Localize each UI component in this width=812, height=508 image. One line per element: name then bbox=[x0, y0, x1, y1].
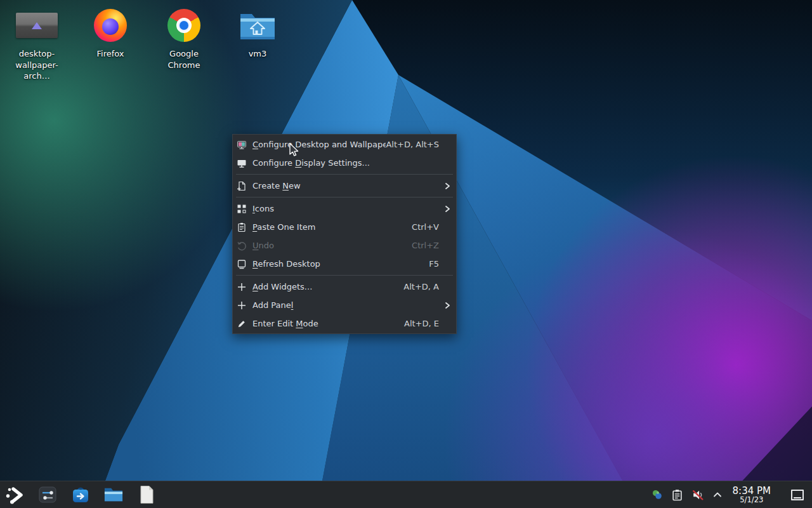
image-thumbnail-icon bbox=[16, 13, 58, 38]
desktop-icon-label: Firefox bbox=[96, 48, 124, 60]
taskbar-item-system-settings[interactable] bbox=[38, 485, 57, 504]
configure-wallpaper-icon bbox=[237, 140, 247, 150]
menu-separator bbox=[236, 174, 453, 175]
menu-item-shortcut: Ctrl+V bbox=[412, 222, 439, 232]
menu-item-add-widgets[interactable]: Add Widgets... Alt+D, A bbox=[233, 277, 456, 296]
menu-item-label: Add Panel bbox=[252, 300, 445, 310]
menu-item-label: Configure Desktop and Wallpaper... bbox=[252, 140, 386, 149]
menu-item-enter-edit-mode[interactable]: Enter Edit Mode Alt+D, E bbox=[233, 314, 456, 333]
tray-clipboard[interactable] bbox=[671, 489, 683, 501]
folder-home-icon bbox=[239, 10, 276, 41]
application-launcher-button[interactable] bbox=[5, 485, 24, 504]
menu-item-shortcut: Ctrl+Z bbox=[412, 241, 439, 250]
desktop-icon-google-chrome[interactable]: Google Chrome bbox=[154, 6, 214, 82]
icons-grid-icon bbox=[237, 204, 247, 214]
undo-icon bbox=[237, 241, 247, 251]
tray-app-indicator[interactable] bbox=[652, 489, 663, 500]
menu-item-shortcut: F5 bbox=[429, 259, 439, 269]
menu-item-label: Undo bbox=[252, 241, 412, 250]
clock-time: 8:34 PM bbox=[733, 486, 771, 496]
digital-clock[interactable]: 8:34 PM 5/1/23 bbox=[733, 486, 771, 504]
menu-item-configure-display-settings[interactable]: Configure Display Settings... bbox=[233, 154, 456, 172]
submenu-arrow-icon bbox=[445, 302, 451, 309]
expand-tray-button[interactable] bbox=[712, 490, 723, 500]
menu-item-label: Paste One Item bbox=[252, 222, 412, 232]
plus-icon bbox=[237, 282, 247, 292]
menu-item-label: Refresh Desktop bbox=[252, 259, 429, 269]
taskbar-launchers bbox=[0, 485, 156, 504]
submenu-arrow-icon bbox=[445, 206, 451, 212]
tray-volume[interactable] bbox=[691, 489, 704, 501]
volume-muted-icon bbox=[691, 489, 704, 501]
show-desktop-button[interactable] bbox=[791, 490, 804, 500]
menu-item-label: Configure Display Settings... bbox=[252, 158, 439, 168]
taskbar: 8:34 PM 5/1/23 bbox=[0, 481, 812, 508]
desktop-icon-firefox[interactable]: Firefox bbox=[80, 6, 141, 82]
menu-item-undo: Undo Ctrl+Z bbox=[233, 236, 456, 255]
taskbar-item-file-manager[interactable] bbox=[104, 485, 123, 504]
clock-date: 5/1/23 bbox=[733, 496, 771, 504]
desktop-icon-wallpaper-image[interactable]: desktop-wallpaper-arch… bbox=[6, 6, 67, 82]
menu-item-shortcut: Alt+D, A bbox=[403, 282, 439, 291]
menu-item-icons[interactable]: Icons bbox=[233, 199, 456, 218]
system-settings-icon bbox=[38, 485, 57, 504]
menu-item-configure-desktop-and-wallpaper[interactable]: Configure Desktop and Wallpaper... Alt+D… bbox=[233, 135, 456, 154]
menu-item-label: Enter Edit Mode bbox=[252, 319, 404, 328]
menu-separator bbox=[236, 197, 453, 197]
application-launcher-icon bbox=[5, 485, 24, 504]
document-icon bbox=[139, 485, 155, 504]
plus-icon bbox=[237, 300, 247, 311]
display-settings-icon bbox=[237, 158, 247, 168]
system-tray: 8:34 PM 5/1/23 bbox=[652, 486, 812, 504]
menu-item-shortcut: Alt+D, Alt+S bbox=[386, 140, 439, 149]
menu-item-refresh-desktop[interactable]: Refresh Desktop F5 bbox=[233, 255, 456, 273]
plasma-desktop: desktop-wallpaper-arch… Firefox Google C… bbox=[0, 0, 812, 508]
desktop-icon-label: vm3 bbox=[249, 48, 267, 60]
submenu-arrow-icon bbox=[445, 183, 451, 189]
document-new-icon bbox=[237, 181, 247, 191]
desktop-icon-label: desktop-wallpaper-arch… bbox=[6, 48, 67, 82]
taskbar-item-text-editor[interactable] bbox=[137, 485, 156, 504]
menu-item-create-new[interactable]: Create New bbox=[233, 177, 456, 195]
menu-separator bbox=[236, 275, 453, 276]
menu-item-label: Add Widgets... bbox=[252, 282, 403, 291]
clipboard-icon bbox=[671, 489, 683, 501]
chrome-icon bbox=[167, 9, 200, 42]
clipboard-paste-icon bbox=[237, 222, 247, 232]
app-indicator-icon bbox=[652, 489, 663, 500]
firefox-icon bbox=[94, 9, 127, 42]
chevron-up-icon bbox=[712, 490, 723, 500]
edit-pencil-icon bbox=[237, 319, 247, 329]
menu-item-label: Create New bbox=[252, 181, 445, 190]
desktop-icon-label: Google Chrome bbox=[154, 48, 214, 70]
taskbar-item-discover[interactable] bbox=[71, 485, 90, 504]
menu-item-add-panel[interactable]: Add Panel bbox=[233, 296, 456, 314]
desktop-icon-vm3[interactable]: vm3 bbox=[227, 6, 288, 82]
folder-icon bbox=[104, 486, 123, 504]
refresh-desktop-icon bbox=[237, 259, 247, 269]
desktop-icon-grid: desktop-wallpaper-arch… Firefox Google C… bbox=[6, 6, 288, 82]
arch-logo-icon bbox=[32, 22, 42, 29]
menu-item-shortcut: Alt+D, E bbox=[404, 319, 439, 328]
menu-item-paste-one-item[interactable]: Paste One Item Ctrl+V bbox=[233, 218, 456, 236]
discover-icon bbox=[71, 485, 90, 504]
menu-item-label: Icons bbox=[252, 204, 445, 213]
desktop-context-menu: Configure Desktop and Wallpaper... Alt+D… bbox=[232, 134, 457, 334]
mouse-cursor bbox=[287, 142, 301, 157]
